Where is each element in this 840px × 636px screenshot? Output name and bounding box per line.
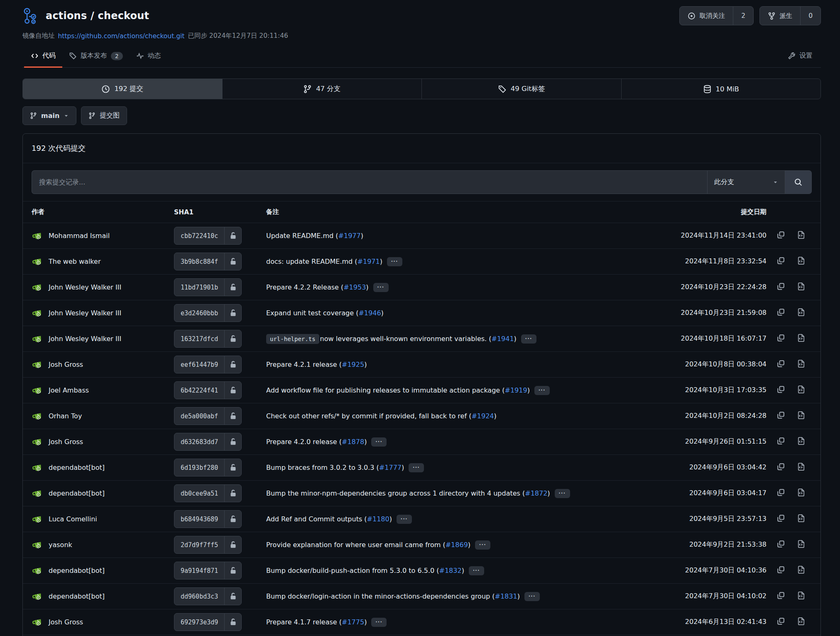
- commit-message-text[interactable]: ): [380, 258, 382, 265]
- commit-author[interactable]: Orhan Toy: [49, 412, 82, 420]
- expand-commit-button[interactable]: ···: [521, 334, 536, 344]
- commit-sha-badge[interactable]: 6d193bf280: [174, 459, 242, 476]
- watchers-count[interactable]: 2: [733, 7, 753, 25]
- copy-sha-button[interactable]: [776, 411, 785, 420]
- view-file-button[interactable]: [797, 282, 806, 291]
- pr-link[interactable]: #1869: [446, 541, 468, 549]
- commit-message-text[interactable]: ): [364, 438, 367, 446]
- pr-link[interactable]: #1872: [525, 489, 547, 497]
- commit-sha-badge[interactable]: 9a9194f871: [174, 562, 242, 580]
- commit-author[interactable]: Josh Gross: [49, 618, 83, 626]
- commit-sha-badge[interactable]: 163217dfcd: [174, 330, 242, 348]
- view-file-button[interactable]: [797, 334, 806, 342]
- commit-sha-badge[interactable]: dd960bd3c3: [174, 587, 242, 605]
- view-file-button[interactable]: [797, 359, 806, 368]
- expand-commit-button[interactable]: ···: [387, 257, 402, 266]
- view-file-button[interactable]: [797, 437, 806, 445]
- pr-link[interactable]: #1953: [343, 283, 366, 291]
- commit-message-text[interactable]: ): [364, 361, 367, 368]
- expand-commit-button[interactable]: ···: [397, 515, 412, 524]
- commit-message-text[interactable]: Add workflow file for publishing release…: [266, 386, 505, 394]
- commit-message-text[interactable]: ): [361, 232, 363, 240]
- expand-commit-button[interactable]: ···: [469, 566, 484, 575]
- branch-selector[interactable]: main: [22, 106, 76, 125]
- view-file-button[interactable]: [797, 540, 806, 548]
- commit-message-text[interactable]: now leverages well-known environment var…: [320, 335, 492, 343]
- view-file-button[interactable]: [797, 617, 806, 626]
- commit-message-text[interactable]: Bump the minor-npm-dependencies group ac…: [266, 489, 525, 497]
- copy-sha-button[interactable]: [776, 256, 785, 265]
- pr-link[interactable]: #1878: [342, 438, 364, 446]
- expand-commit-button[interactable]: ···: [371, 437, 387, 447]
- commit-sha-badge[interactable]: 11bd71901b: [174, 278, 242, 296]
- commit-author[interactable]: Josh Gross: [49, 438, 83, 446]
- tab-settings[interactable]: 设置: [781, 46, 819, 68]
- commit-sha-badge[interactable]: 2d7d9f7ff5: [174, 536, 242, 554]
- commit-graph-button[interactable]: 提交图: [81, 106, 127, 125]
- pr-link[interactable]: #1180: [367, 515, 389, 523]
- stat-commits[interactable]: 192 提交: [23, 79, 222, 99]
- commit-author[interactable]: yasonk: [49, 541, 72, 549]
- pr-link[interactable]: #1919: [505, 386, 527, 394]
- commit-message-text[interactable]: Bump braces from 3.0.2 to 3.0.3 (: [266, 464, 379, 471]
- view-file-button[interactable]: [797, 385, 806, 394]
- pr-link[interactable]: #1832: [439, 567, 462, 575]
- pr-link[interactable]: #1946: [358, 309, 381, 317]
- expand-commit-button[interactable]: ···: [409, 463, 424, 472]
- tab-releases[interactable]: 版本发布 2: [62, 46, 130, 68]
- expand-commit-button[interactable]: ···: [555, 489, 570, 498]
- commit-message-text[interactable]: Bump docker/build-push-action from 5.3.0…: [266, 567, 439, 575]
- mirror-url-link[interactable]: https://github.com/actions/checkout.git: [58, 32, 185, 40]
- commit-author[interactable]: John Wesley Walker III: [49, 283, 121, 291]
- commit-author[interactable]: Josh Gross: [49, 361, 83, 368]
- copy-sha-button[interactable]: [776, 308, 785, 317]
- copy-sha-button[interactable]: [776, 591, 785, 600]
- commit-author[interactable]: Mohammad Ismail: [49, 232, 110, 240]
- commit-message-text[interactable]: Prepare 4.2.0 release (: [266, 438, 342, 446]
- view-file-button[interactable]: [797, 591, 806, 600]
- stat-branches[interactable]: 47 分支: [222, 79, 422, 99]
- commit-author[interactable]: John Wesley Walker III: [49, 335, 121, 343]
- commit-sha-badge[interactable]: db0cee9a51: [174, 484, 242, 502]
- commit-message-text[interactable]: Expand unit test coverage (: [266, 309, 358, 317]
- forks-count[interactable]: 0: [800, 7, 820, 25]
- search-commits-button[interactable]: [785, 170, 812, 194]
- copy-sha-button[interactable]: [776, 617, 785, 626]
- search-commits-input[interactable]: [32, 170, 707, 194]
- branch-filter-dropdown[interactable]: 此分支: [707, 170, 785, 194]
- commit-author[interactable]: dependabot[bot]: [49, 592, 105, 600]
- tab-activity[interactable]: 动态: [130, 46, 168, 68]
- tab-code[interactable]: 代码: [24, 46, 62, 68]
- view-file-button[interactable]: [797, 462, 806, 471]
- fork-button[interactable]: 派生 0: [759, 6, 821, 25]
- copy-sha-button[interactable]: [776, 359, 785, 368]
- copy-sha-button[interactable]: [776, 540, 785, 548]
- commit-message-text[interactable]: ): [462, 567, 464, 575]
- commit-message-text[interactable]: ): [364, 618, 367, 626]
- pr-link[interactable]: #1971: [358, 258, 380, 265]
- commit-message-text[interactable]: Update README.md (: [266, 232, 338, 240]
- commit-message-text[interactable]: ): [366, 283, 368, 291]
- view-file-button[interactable]: [797, 411, 806, 420]
- copy-sha-button[interactable]: [776, 488, 785, 497]
- commit-sha-badge[interactable]: 3b9b8c884f: [174, 253, 242, 270]
- commit-message-text[interactable]: ): [402, 464, 404, 471]
- stat-size[interactable]: 10 MiB: [621, 79, 821, 99]
- pr-link[interactable]: #1941: [491, 335, 514, 343]
- expand-commit-button[interactable]: ···: [524, 592, 540, 601]
- view-file-button[interactable]: [797, 256, 806, 265]
- copy-sha-button[interactable]: [776, 334, 785, 342]
- copy-sha-button[interactable]: [776, 385, 785, 394]
- commit-message-text[interactable]: ): [494, 412, 497, 420]
- commit-author[interactable]: dependabot[bot]: [49, 489, 105, 497]
- pr-link[interactable]: #1775: [342, 618, 364, 626]
- commit-sha-badge[interactable]: 6b42224f41: [174, 381, 242, 399]
- commit-author[interactable]: Joel Ambass: [49, 386, 89, 394]
- view-file-button[interactable]: [797, 488, 806, 497]
- commit-message-text[interactable]: Add Ref and Commit outputs (: [266, 515, 367, 523]
- pr-link[interactable]: #1925: [342, 361, 364, 368]
- commit-message-text[interactable]: docs: update README.md (: [266, 258, 358, 265]
- pr-link[interactable]: #1924: [471, 412, 494, 420]
- expand-commit-button[interactable]: ···: [475, 540, 490, 550]
- copy-sha-button[interactable]: [776, 231, 785, 239]
